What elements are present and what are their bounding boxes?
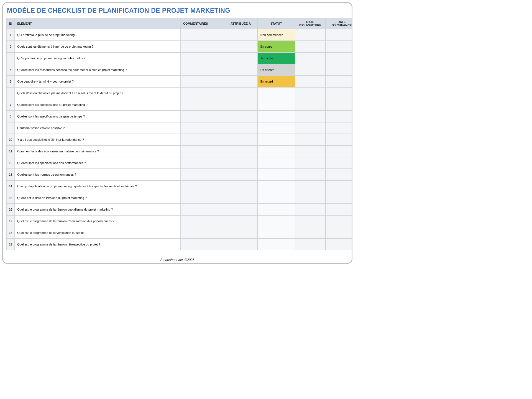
cell-comments[interactable] xyxy=(181,215,228,227)
cell-status[interactable]: En cours xyxy=(257,41,295,52)
cell-assigned[interactable] xyxy=(228,192,257,204)
cell-comments[interactable] xyxy=(181,87,228,99)
cell-comments[interactable] xyxy=(181,41,228,52)
cell-due-date[interactable] xyxy=(326,52,352,64)
cell-status[interactable] xyxy=(257,169,295,180)
cell-due-date[interactable] xyxy=(326,157,352,169)
cell-open-date[interactable] xyxy=(295,52,326,64)
cell-comments[interactable] xyxy=(181,239,228,250)
cell-due-date[interactable] xyxy=(326,239,352,250)
cell-assigned[interactable] xyxy=(228,134,257,145)
cell-assigned[interactable] xyxy=(228,180,257,192)
cell-due-date[interactable] xyxy=(326,180,352,192)
cell-comments[interactable] xyxy=(181,134,228,145)
cell-due-date[interactable] xyxy=(326,204,352,215)
cell-due-date[interactable] xyxy=(326,134,352,145)
cell-due-date[interactable] xyxy=(326,41,352,52)
cell-element[interactable]: Quel est le programme de la réunion rétr… xyxy=(15,239,181,250)
cell-assigned[interactable] xyxy=(228,227,257,239)
cell-comments[interactable] xyxy=(181,29,228,41)
cell-due-date[interactable] xyxy=(326,87,352,99)
cell-element[interactable]: Quel est le programme de la vérification… xyxy=(15,227,181,239)
cell-comments[interactable] xyxy=(181,64,228,76)
cell-assigned[interactable] xyxy=(228,111,257,122)
cell-comments[interactable] xyxy=(181,180,228,192)
cell-assigned[interactable] xyxy=(228,169,257,180)
cell-element[interactable]: Quelles sont les spécifications des perf… xyxy=(15,157,181,169)
cell-element[interactable]: Qu'apportera ce projet marketing au publ… xyxy=(15,52,181,64)
cell-status[interactable] xyxy=(257,87,295,99)
cell-comments[interactable] xyxy=(181,227,228,239)
cell-assigned[interactable] xyxy=(228,215,257,227)
cell-comments[interactable] xyxy=(181,192,228,204)
cell-due-date[interactable] xyxy=(326,29,352,41)
cell-due-date[interactable] xyxy=(326,99,352,111)
cell-status[interactable]: En retard xyxy=(257,76,295,87)
cell-open-date[interactable] xyxy=(295,227,326,239)
cell-open-date[interactable] xyxy=(295,87,326,99)
cell-element[interactable]: Quelles sont les ressources nécessaires … xyxy=(15,64,181,76)
cell-element[interactable]: Quels sont les éléments à livrer de ce p… xyxy=(15,41,181,52)
cell-status[interactable] xyxy=(257,145,295,157)
cell-open-date[interactable] xyxy=(295,239,326,250)
cell-open-date[interactable] xyxy=(295,157,326,169)
cell-comments[interactable] xyxy=(181,169,228,180)
cell-open-date[interactable] xyxy=(295,204,326,215)
cell-assigned[interactable] xyxy=(228,52,257,64)
cell-element[interactable]: Quelles sont les normes de performances … xyxy=(15,169,181,180)
cell-status[interactable] xyxy=(257,157,295,169)
cell-assigned[interactable] xyxy=(228,99,257,111)
cell-assigned[interactable] xyxy=(228,41,257,52)
cell-status[interactable]: En attente xyxy=(257,64,295,76)
cell-assigned[interactable] xyxy=(228,29,257,41)
cell-assigned[interactable] xyxy=(228,64,257,76)
cell-due-date[interactable] xyxy=(326,122,352,134)
cell-open-date[interactable] xyxy=(295,134,326,145)
cell-status[interactable] xyxy=(257,239,295,250)
cell-open-date[interactable] xyxy=(295,99,326,111)
cell-comments[interactable] xyxy=(181,204,228,215)
cell-comments[interactable] xyxy=(181,157,228,169)
cell-open-date[interactable] xyxy=(295,76,326,87)
cell-open-date[interactable] xyxy=(295,192,326,204)
cell-status[interactable] xyxy=(257,122,295,134)
cell-open-date[interactable] xyxy=(295,169,326,180)
cell-status[interactable] xyxy=(257,192,295,204)
cell-status[interactable] xyxy=(257,111,295,122)
cell-element[interactable]: Quelles sont les spécifications de gain … xyxy=(15,111,181,122)
cell-element[interactable]: Quel est le programme de la réunion d'am… xyxy=(15,215,181,227)
cell-status[interactable] xyxy=(257,215,295,227)
cell-status[interactable] xyxy=(257,180,295,192)
cell-comments[interactable] xyxy=(181,99,228,111)
cell-assigned[interactable] xyxy=(228,87,257,99)
cell-status[interactable] xyxy=(257,134,295,145)
cell-due-date[interactable] xyxy=(326,145,352,157)
cell-open-date[interactable] xyxy=(295,180,326,192)
cell-assigned[interactable] xyxy=(228,76,257,87)
cell-element[interactable]: Que veut dire « terminé » pour ce projet… xyxy=(15,76,181,87)
cell-open-date[interactable] xyxy=(295,111,326,122)
cell-element[interactable]: Quel est le programme de la réunion quot… xyxy=(15,204,181,215)
cell-due-date[interactable] xyxy=(326,76,352,87)
cell-status[interactable] xyxy=(257,99,295,111)
cell-element[interactable]: Y a-t-il des possibilités d'éliminer la … xyxy=(15,134,181,145)
cell-open-date[interactable] xyxy=(295,41,326,52)
cell-comments[interactable] xyxy=(181,111,228,122)
cell-element[interactable]: Quelle est la date de livraison du proje… xyxy=(15,192,181,204)
cell-element[interactable]: Comment faire des économies en matière d… xyxy=(15,145,181,157)
cell-due-date[interactable] xyxy=(326,64,352,76)
cell-open-date[interactable] xyxy=(295,145,326,157)
cell-element[interactable]: L'automatisation est-elle possible ? xyxy=(15,122,181,134)
cell-assigned[interactable] xyxy=(228,122,257,134)
cell-comments[interactable] xyxy=(181,52,228,64)
cell-comments[interactable] xyxy=(181,122,228,134)
cell-status[interactable]: Terminée xyxy=(257,52,295,64)
cell-status[interactable]: Non commencée xyxy=(257,29,295,41)
cell-open-date[interactable] xyxy=(295,29,326,41)
cell-assigned[interactable] xyxy=(228,204,257,215)
cell-due-date[interactable] xyxy=(326,215,352,227)
cell-due-date[interactable] xyxy=(326,169,352,180)
cell-due-date[interactable] xyxy=(326,192,352,204)
cell-open-date[interactable] xyxy=(295,64,326,76)
cell-due-date[interactable] xyxy=(326,111,352,122)
